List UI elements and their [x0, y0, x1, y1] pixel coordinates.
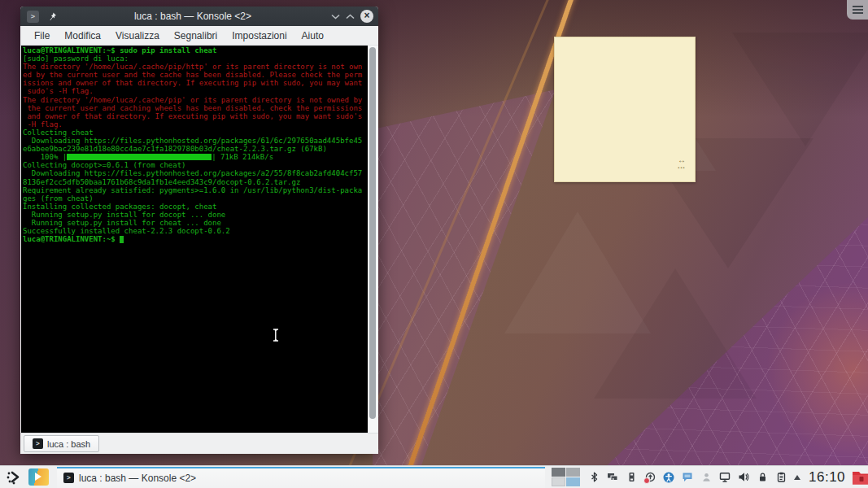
taskbar-panel: luca : bash — Konsole <2>: [0, 465, 868, 488]
pager-desktop-2[interactable]: [566, 468, 580, 477]
task-label: luca : bash — Konsole <2>: [79, 473, 196, 484]
screen-share-icon[interactable]: [607, 472, 618, 483]
menu-item-impostazioni[interactable]: Impostazioni: [225, 30, 294, 41]
terminal-line: 8136ef2cc5dfb50baa1761b68c9da1fb1e4eed34…: [23, 178, 366, 186]
terminal-line: [sudo] password di luca:: [23, 54, 366, 63]
terminal-cursor: [120, 236, 124, 243]
menu-item-modifica[interactable]: Modifica: [57, 30, 108, 41]
folder-view-icon[interactable]: [28, 468, 49, 486]
menu-item-aiuto[interactable]: Aiuto: [294, 30, 331, 41]
wallpaper-mesh-left: [373, 89, 576, 488]
terminal-line: Successfully installed cheat-2.2.3 docop…: [23, 227, 366, 235]
desktop-toolbox-button[interactable]: [847, 0, 868, 20]
desktop: ↔••• luca : bash — Konsole <2> × FileMod…: [0, 0, 868, 488]
screen-lock-icon[interactable]: [757, 472, 768, 483]
konsole-app-icon[interactable]: [27, 11, 39, 23]
terminal-line: the current user and caching wheels has …: [23, 104, 366, 112]
software-updates-icon[interactable]: [644, 472, 656, 483]
pin-keep-above-icon[interactable]: [47, 11, 58, 22]
scrollbar-thumb[interactable]: [369, 47, 376, 419]
removable-device-icon[interactable]: [626, 472, 637, 483]
terminal-line: Running setup.py install for cheat ... d…: [23, 219, 366, 227]
tab-label: luca : bash: [47, 439, 90, 449]
terminal-line: issions and owner of that directory. If …: [23, 79, 366, 87]
terminal-line: -H flag.: [23, 120, 366, 129]
terminal-line: and owner of that directory. If executin…: [23, 112, 366, 120]
accessibility-info-icon[interactable]: [663, 472, 674, 483]
update-badge: [643, 477, 650, 484]
terminal-scrollbar[interactable]: [368, 46, 377, 433]
konsole-window: luca : bash — Konsole <2> × FileModifica…: [20, 7, 378, 453]
bluetooth-icon[interactable]: [588, 472, 600, 483]
system-tray: [588, 472, 787, 483]
tab-luca-bash[interactable]: luca : bash: [24, 435, 99, 452]
window-title: luca : bash — Konsole <2>: [58, 11, 328, 22]
user-switcher-icon[interactable]: [700, 472, 712, 483]
terminal-line: ed by the current user and the cache has…: [23, 71, 366, 79]
pip-progress-bar: [67, 154, 212, 160]
sticky-note-widget[interactable]: ↔•••: [554, 37, 696, 182]
terminal-line: Running setup.py install for docopt ... …: [23, 211, 366, 219]
terminal-line: luca@TRINGALINVENT:~$ sudo pip install c…: [23, 46, 366, 54]
wallpaper-triangle: [594, 268, 757, 399]
pager-desktop-3[interactable]: [552, 477, 565, 486]
terminal-line: Collecting docopt>=0.6.1 (from cheat): [23, 161, 366, 169]
menu-item-segnalibri[interactable]: Segnalibri: [167, 30, 225, 41]
taskbar-task-konsole[interactable]: luca : bash — Konsole <2>: [57, 467, 545, 488]
terminal-line: e6abee9bac239e81d18e80cc4ae7c1fa1829780b…: [23, 145, 366, 153]
virtual-desktop-pager[interactable]: [552, 468, 580, 486]
wallpaper-stripe-orange: [391, 0, 576, 488]
menu-bar: FileModificaVisualizzaSegnalibriImpostaz…: [20, 26, 378, 46]
red-folder-icon[interactable]: [852, 469, 868, 485]
app-launcher-button[interactable]: [5, 468, 23, 486]
display-network-icon[interactable]: [719, 472, 731, 483]
minimize-button[interactable]: [328, 9, 342, 24]
expand-tray-icon[interactable]: [794, 475, 800, 480]
wallpaper-triangle: [504, 211, 651, 333]
menu-item-visualizza[interactable]: Visualizza: [108, 30, 167, 41]
digital-clock[interactable]: 16:10: [809, 469, 845, 486]
clipboard-icon[interactable]: [775, 472, 787, 483]
maximize-button[interactable]: [342, 9, 357, 24]
terminal-line: Installing collected packages: docopt, c…: [23, 203, 366, 211]
terminal-line: ges (from cheat): [23, 194, 366, 203]
terminal-line: Collecting cheat: [23, 129, 366, 137]
terminal-line: 100% || 71kB 214kB/s: [23, 153, 366, 161]
terminal-line: The directory '/home/luca/.cache/pip' or…: [23, 96, 366, 104]
terminal-line: luca@TRINGALINVENT:~$: [23, 235, 366, 243]
audio-volume-icon[interactable]: [738, 472, 749, 483]
instant-messenger-icon[interactable]: [682, 472, 693, 483]
close-button[interactable]: ×: [360, 10, 373, 23]
wallpaper-triangle: [732, 33, 868, 146]
terminal-line: Requirement already satisfied: pygments>…: [23, 186, 366, 194]
pager-desktop-4[interactable]: [566, 477, 580, 486]
wallpaper-mesh-right: [521, 187, 868, 488]
konsole-task-icon: [63, 473, 74, 483]
tab-bar: luca : bash: [20, 433, 378, 454]
hamburger-icon: [853, 6, 863, 7]
window-titlebar[interactable]: luca : bash — Konsole <2> ×: [20, 7, 378, 26]
pager-desktop-1[interactable]: [552, 468, 565, 477]
terminal-line: sudo's -H flag.: [23, 87, 366, 95]
menu-item-file[interactable]: File: [27, 30, 57, 41]
terminal-area[interactable]: luca@TRINGALINVENT:~$ sudo pip install c…: [21, 46, 377, 433]
konsole-tab-icon: [33, 438, 43, 449]
terminal-output[interactable]: luca@TRINGALINVENT:~$ sudo pip install c…: [23, 46, 366, 429]
ibeam-mouse-cursor: [271, 329, 281, 345]
terminal-line: Downloading https://files.pythonhosted.o…: [23, 137, 366, 145]
terminal-line: The directory '/home/luca/.cache/pip/htt…: [23, 63, 366, 71]
note-resize-handle-icon[interactable]: ↔•••: [678, 157, 686, 171]
terminal-line: Downloading https://files.pythonhosted.o…: [23, 169, 366, 177]
